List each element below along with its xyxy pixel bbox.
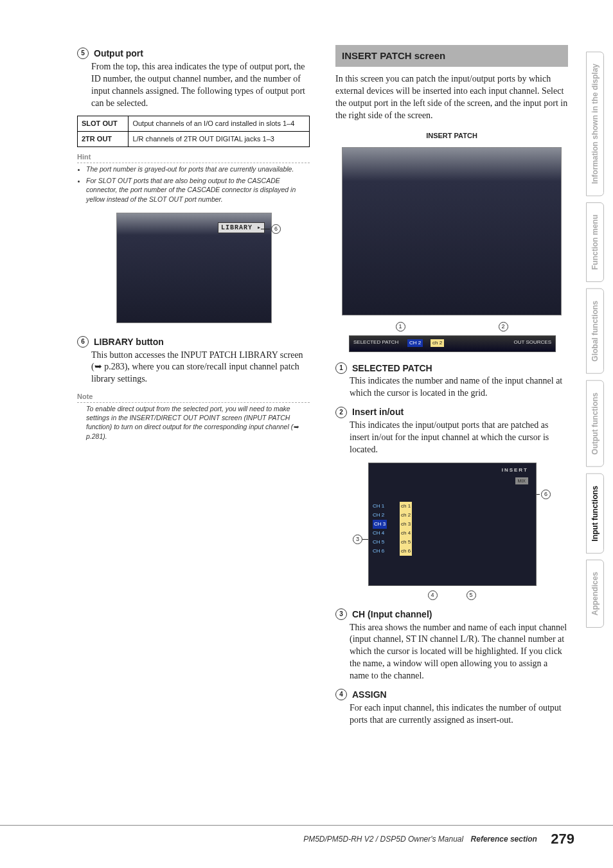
insert-io-title: Insert in/out (351, 406, 404, 418)
library-title: LIBRARY button (93, 336, 164, 348)
insert-label: INSERT (502, 467, 528, 474)
note-label: Note (77, 392, 310, 403)
ch-input-title: CH (Input channel) (351, 608, 432, 621)
assign-title: ASSIGN (351, 689, 387, 701)
assign-desc: For each input channel, this indicates t… (350, 702, 568, 727)
selected-patch-bar-figure: SELECTED PATCH CH 2 ch 2 OUT SOURCES (349, 335, 555, 352)
section-tabs: Information shown in the display Functio… (586, 51, 604, 628)
port-key: 2TR OUT (78, 132, 129, 147)
insert-patch-heading: INSERT PATCH (335, 131, 568, 141)
grid-ch-row: CH 2 (373, 511, 387, 520)
callout-number-5: 5 (466, 590, 476, 600)
callout-number-2: 2 (499, 322, 508, 332)
grid-ch-row: CH 4 (373, 529, 387, 538)
grid-ch-column: CH 1 CH 2 CH 3 CH 4 CH 5 CH 6 (373, 502, 387, 556)
library-button-in-figure: LIBRARY ▸ (218, 222, 265, 234)
tab-global-functions[interactable]: Global functions (586, 288, 604, 374)
output-port-desc: From the top, this area indicates the ty… (91, 61, 310, 110)
grid-ch-row: CH 6 (373, 547, 387, 556)
insert-patch-banner: INSERT PATCH screen (335, 45, 568, 67)
callout-number-2: 2 (335, 407, 347, 418)
port-val: L/R channels of 2TR OUT DIGITAL jacks 1–… (129, 132, 310, 147)
callout-row-4-5: 4 5 (368, 589, 535, 601)
library-screenshot: LIBRARY ▸ (116, 213, 272, 323)
insert-io-desc: This indicates the input/output ports th… (350, 420, 568, 456)
hint-list: The port number is grayed-out for ports … (77, 164, 310, 204)
left-column: 5 Output port From the top, this area in… (77, 45, 310, 733)
hint-item: The port number is grayed-out for ports … (86, 164, 310, 173)
grid-ch-row: CH 1 (373, 502, 387, 511)
insert-io-heading: 2 Insert in/out (335, 406, 568, 418)
right-column: INSERT PATCH screen In this screen you c… (335, 45, 568, 733)
grid-assign-row: ch 6 (400, 547, 412, 556)
insert-grid-figure: 3 6 INSERT MIX CH 1 CH 2 CH 3 CH 4 CH 5 … (368, 463, 535, 586)
grid-ch-row: CH 3 (373, 520, 387, 529)
selected-patch-title: SELECTED PATCH (351, 362, 432, 375)
selected-patch-desc: This indicates the number and name of th… (350, 375, 568, 400)
selected-patch-ch: CH 2 (407, 339, 423, 348)
port-val: Output channels of an I/O card installed… (129, 116, 310, 132)
callout-number-4: 4 (428, 590, 438, 600)
grid-assign-row: ch 4 (400, 529, 412, 538)
callout-number-5: 5 (77, 48, 89, 59)
selected-patch-bar: SELECTED PATCH CH 2 ch 2 OUT SOURCES (349, 335, 556, 352)
callout-6: 6 (261, 224, 281, 234)
out-sources-label: OUT SOURCES (513, 339, 551, 346)
tab-information-shown[interactable]: Information shown in the display (586, 51, 604, 196)
tab-output-functions[interactable]: Output functions (586, 380, 604, 467)
output-port-title: Output port (93, 48, 143, 60)
selected-patch-label: SELECTED PATCH (353, 339, 398, 346)
selected-patch-chbox: ch 2 (431, 339, 444, 348)
grid-assign-column: ch 1 ch 2 ch 3 ch 4 ch 5 ch 6 (400, 502, 412, 556)
callout-number-6: 6 (77, 336, 89, 348)
manual-page: 5 Output port From the top, this area in… (0, 0, 613, 868)
hint-label: Hint (77, 152, 310, 163)
library-heading: 6 LIBRARY button (77, 336, 310, 348)
callout-number-3: 3 (335, 608, 347, 620)
page-footer: PM5D/PM5D-RH V2 / DSP5D Owner's Manual R… (0, 825, 613, 847)
ch-input-heading: 3 CH (Input channel) (335, 608, 568, 621)
grid-assign-row: ch 1 (400, 502, 412, 511)
library-desc: This button accesses the INPUT PATCH LIB… (91, 350, 310, 386)
callout-number-3: 3 (353, 535, 362, 544)
tab-appendices[interactable]: Appendices (586, 560, 604, 628)
ch-input-desc: This area shows the number and name of e… (350, 622, 568, 682)
selected-patch-heading: 1 SELECTED PATCH (335, 362, 568, 375)
port-key: SLOT OUT (78, 116, 129, 132)
callout-number-6: 6 (271, 224, 281, 234)
grid-ch-row: CH 5 (373, 538, 387, 547)
page-number: 279 (551, 831, 574, 847)
callout-row-1-2: 1 2 (349, 321, 555, 333)
output-port-heading: 5 Output port (77, 48, 310, 60)
footer-section: Reference section (471, 835, 537, 844)
leader-line-icon (261, 229, 270, 229)
grid-assign-row: ch 2 (400, 511, 412, 520)
callout-number-6: 6 (541, 490, 551, 499)
library-button-label: LIBRARY (221, 224, 253, 231)
hint-item: For SLOT OUT ports that are also being o… (86, 176, 310, 204)
insert-patch-screenshot (342, 147, 562, 315)
note-body: To enable direct output from the selecte… (86, 404, 310, 441)
callout-number-1: 1 (335, 362, 347, 374)
table-row: 2TR OUT L/R channels of 2TR OUT DIGITAL … (78, 132, 310, 147)
callout-number-4: 4 (335, 689, 347, 700)
insert-patch-intro: In this screen you can patch the input/o… (335, 73, 568, 122)
grid-assign-row: ch 5 (400, 538, 412, 547)
output-port-table: SLOT OUT Output channels of an I/O card … (77, 116, 310, 147)
library-figure: LIBRARY ▸ 6 (116, 213, 271, 323)
callout-number-1: 1 (396, 322, 405, 332)
two-column-layout: 5 Output port From the top, this area in… (77, 45, 568, 733)
insert-grid: INSERT MIX CH 1 CH 2 CH 3 CH 4 CH 5 CH 6… (368, 463, 537, 586)
tab-input-functions[interactable]: Input functions (586, 474, 604, 554)
table-row: SLOT OUT Output channels of an I/O card … (78, 116, 310, 132)
assign-heading: 4 ASSIGN (335, 689, 568, 701)
footer-model: PM5D/PM5D-RH V2 / DSP5D Owner's Manual (303, 835, 463, 844)
grid-assign-row: ch 3 (400, 520, 412, 529)
tab-function-menu[interactable]: Function menu (586, 202, 604, 282)
mix-label: MIX (515, 477, 528, 484)
